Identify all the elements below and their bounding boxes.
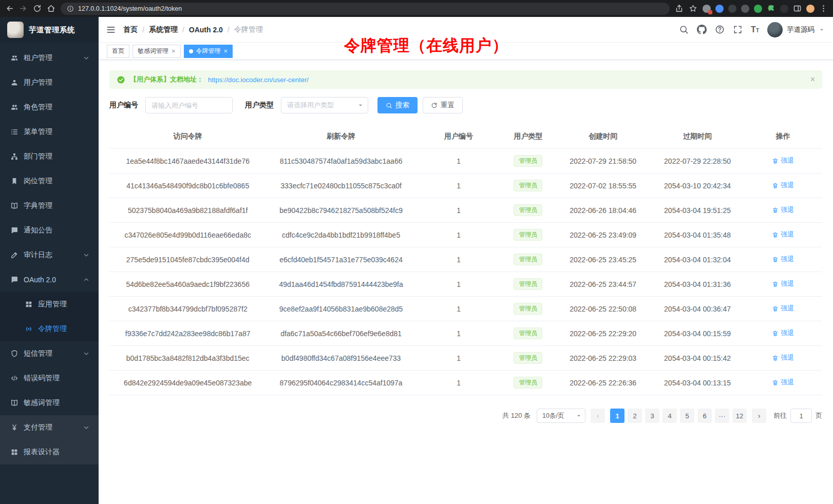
chevron-up-icon <box>83 277 89 283</box>
side-panel-icon[interactable] <box>793 4 802 13</box>
app-title: 芋道管理系统 <box>29 25 75 35</box>
force-logout-button[interactable]: 强退 <box>772 230 794 239</box>
bookmark-star-icon[interactable] <box>689 4 697 13</box>
force-logout-button[interactable]: 强退 <box>772 255 794 264</box>
page-size-select[interactable]: 10条/页 <box>537 409 585 423</box>
user-type-tag: 管理员 <box>514 254 542 265</box>
sidebar-item-1[interactable]: 租户管理 <box>0 46 99 70</box>
fullscreen-icon[interactable] <box>733 25 743 34</box>
force-logout-button[interactable]: 强退 <box>772 181 794 190</box>
gray-extension-icon[interactable] <box>741 5 749 13</box>
access-token-cell: 275e5de9151045fe87cbdc395e004f4d <box>109 247 266 272</box>
pagination-pages: 123456···12 <box>610 409 747 423</box>
sidebar-collapse-icon[interactable] <box>106 25 116 35</box>
page-button-6[interactable]: 6 <box>697 409 712 423</box>
page-button-2[interactable]: 2 <box>628 409 642 423</box>
address-bar[interactable]: 127.0.0.1:1024/system/oauth2/token <box>61 3 670 15</box>
force-logout-button[interactable]: 强退 <box>772 205 794 215</box>
force-logout-button[interactable]: 强退 <box>772 156 794 165</box>
browser-menu-icon[interactable] <box>819 4 828 13</box>
sidebar-item-8[interactable]: 通知公告 <box>0 218 99 243</box>
browser-forward-icon[interactable] <box>19 4 28 13</box>
dark-extension-icon[interactable] <box>728 5 736 13</box>
font-size-icon[interactable]: TT <box>751 25 759 34</box>
help-icon[interactable] <box>715 25 725 34</box>
sidebar-item-2[interactable]: 用户管理 <box>0 70 99 95</box>
force-logout-button[interactable]: 强退 <box>772 279 794 288</box>
blue-extension-icon[interactable] <box>715 5 724 13</box>
sidebar-item-5[interactable]: 部门管理 <box>0 144 99 169</box>
user-type-cell: 管理员 <box>501 198 555 223</box>
sidebar-item-9[interactable]: 审计日志 <box>0 243 99 267</box>
page-button-1[interactable]: 1 <box>610 409 624 423</box>
github-icon[interactable] <box>697 25 707 34</box>
sidebar-item-11[interactable]: 应用管理 <box>0 292 99 317</box>
user-type-select[interactable]: 请选择用户类型 <box>281 97 368 113</box>
page-button-12[interactable]: 12 <box>732 409 747 423</box>
force-logout-button[interactable]: 强退 <box>772 328 794 338</box>
page-button-4[interactable]: 4 <box>662 409 677 423</box>
sidebar-item-13[interactable]: 短信管理 <box>0 341 99 366</box>
page-button-3[interactable]: 3 <box>645 409 659 423</box>
created-time-cell: 2022-06-25 22:29:20 <box>555 321 651 346</box>
share-icon[interactable] <box>675 4 684 13</box>
sidebar-item-16[interactable]: 支付管理 <box>0 415 99 440</box>
browser-reload-icon[interactable] <box>33 4 42 13</box>
sidebar-item-4[interactable]: 菜单管理 <box>0 120 99 144</box>
paw-extension-icon[interactable] <box>780 5 788 13</box>
extension-icon[interactable] <box>703 5 711 13</box>
alert-doc-link[interactable]: https://doc.iocoder.cn/user-center/ <box>208 76 309 84</box>
user-id-input[interactable] <box>145 97 233 113</box>
chevron-down-icon <box>83 55 89 61</box>
sidebar-item-label: 敏感词管理 <box>24 398 89 408</box>
browser-back-icon[interactable] <box>5 4 14 13</box>
user-menu[interactable]: 芋道源码 <box>767 22 825 37</box>
sidebar-item-6[interactable]: 岗位管理 <box>0 169 99 193</box>
site-info-icon[interactable] <box>67 5 74 12</box>
prev-page-button[interactable]: ‹ <box>591 409 605 423</box>
pagination-more-button[interactable]: ··· <box>715 409 729 423</box>
force-logout-button[interactable]: 强退 <box>772 353 794 362</box>
user-id-cell: 1 <box>416 297 502 321</box>
sidebar-item-17[interactable]: 报表设计器 <box>0 440 99 464</box>
sidebar-item-7[interactable]: 字典管理 <box>0 193 99 218</box>
refresh-token-cell: 811c530487574fa0af1a59d3abc1aa66 <box>266 149 415 173</box>
tab-令牌管理[interactable]: 令牌管理× <box>184 45 233 58</box>
reset-button[interactable]: 重置 <box>423 97 463 113</box>
sidebar-item-14[interactable]: 错误码管理 <box>0 366 99 391</box>
next-page-button[interactable]: › <box>752 409 766 423</box>
sidebar-item-10[interactable]: OAuth 2.0 <box>0 267 99 292</box>
refresh-token-cell: dfa6c71a50a54c66bef706ef9e6e8d81 <box>266 321 415 346</box>
tab-敏感词管理[interactable]: 敏感词管理× <box>132 45 181 58</box>
sidebar-item-12[interactable]: 令牌管理 <box>0 317 99 341</box>
tab-close-icon[interactable]: × <box>172 48 176 54</box>
audit-log-icon <box>10 251 18 259</box>
breadcrumb-item[interactable]: OAuth 2.0 <box>189 26 223 34</box>
sidebar-item-label: 用户管理 <box>24 78 89 87</box>
search-icon[interactable] <box>679 25 689 34</box>
search-button[interactable]: 搜索 <box>377 97 418 113</box>
created-time-cell: 2022-06-26 18:04:46 <box>555 198 651 223</box>
sidebar-item-15[interactable]: 敏感词管理 <box>0 391 99 415</box>
browser-home-icon[interactable] <box>47 4 55 13</box>
post-icon <box>10 177 18 185</box>
browser-profile-avatar[interactable] <box>806 5 815 13</box>
breadcrumb-item[interactable]: 系统管理 <box>149 25 178 34</box>
tab-close-icon[interactable]: × <box>224 48 228 54</box>
tab-label: 首页 <box>112 47 124 55</box>
action-cell: 强退 <box>744 371 822 395</box>
sidebar-item-3[interactable]: 角色管理 <box>0 95 99 120</box>
force-logout-button[interactable]: 强退 <box>772 378 794 387</box>
user-type-cell: 管理员 <box>501 346 555 371</box>
puzzle-extension-icon[interactable] <box>767 4 775 13</box>
user-id-cell: 1 <box>416 247 502 272</box>
page-button-5[interactable]: 5 <box>680 409 694 423</box>
green-extension-icon[interactable] <box>754 5 762 13</box>
app-logo[interactable]: 芋道管理系统 <box>0 17 99 43</box>
sidebar-item-label: 审计日志 <box>24 250 83 260</box>
force-logout-button[interactable]: 强退 <box>772 304 794 313</box>
tab-首页[interactable]: 首页 <box>107 45 129 58</box>
alert-close-icon[interactable]: × <box>810 75 815 84</box>
breadcrumb-item[interactable]: 首页 <box>123 25 138 34</box>
goto-page-input[interactable] <box>790 409 812 423</box>
